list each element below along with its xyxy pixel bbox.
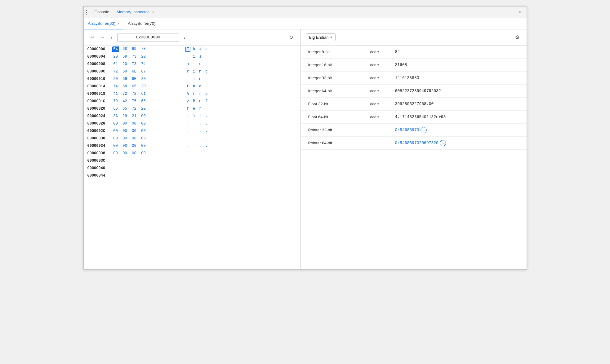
hex-char-11-3[interactable]: . <box>204 129 209 133</box>
hex-byte-7-1[interactable]: 42 <box>122 99 128 104</box>
hex-byte-14-1[interactable]: 00 <box>122 151 128 156</box>
hex-byte-8-2[interactable]: 72 <box>131 106 138 111</box>
hex-byte-11-1[interactable]: 00 <box>122 129 128 134</box>
hex-char-3-1[interactable]: i <box>192 69 197 74</box>
hex-byte-9-1[interactable]: 29 <box>122 114 128 119</box>
value-format-int8[interactable]: dec ▾ <box>370 50 395 54</box>
hex-byte-12-2[interactable]: 00 <box>131 136 138 141</box>
hex-byte-8-3[interactable]: 20 <box>140 106 147 111</box>
hex-byte-13-1[interactable]: 00 <box>122 143 128 148</box>
menu-dots[interactable] <box>86 10 87 15</box>
hex-byte-6-0[interactable]: 41 <box>112 91 119 96</box>
hex-byte-0-1[interactable]: 68 <box>122 46 128 52</box>
hex-char-3-0[interactable]: r <box>185 69 190 74</box>
hex-byte-10-2[interactable]: 00 <box>131 121 138 126</box>
hex-char-7-0[interactable]: y <box>185 99 190 103</box>
value-format-int64[interactable]: dec ▾ <box>370 89 395 93</box>
prev-page-button[interactable]: ‹ <box>109 34 115 41</box>
tab-console[interactable]: Console <box>91 7 113 18</box>
hex-char-12-3[interactable]: . <box>204 136 209 141</box>
hex-byte-6-3[interactable]: 61 <box>140 91 147 96</box>
hex-char-4-2[interactable]: n <box>198 77 203 81</box>
hex-char-11-0[interactable]: . <box>185 129 190 133</box>
value-link-ptr64[interactable]: 0x5468697320697320 → <box>395 140 446 146</box>
hex-byte-3-1[interactable]: 69 <box>122 69 128 74</box>
window-close-button[interactable]: × <box>515 8 524 17</box>
hex-char-14-2[interactable]: . <box>198 151 203 156</box>
hex-char-0-1[interactable]: h <box>192 47 197 52</box>
hex-byte-14-2[interactable]: 00 <box>131 151 138 156</box>
hex-char-8-1[interactable]: e <box>192 107 197 111</box>
value-format-int32[interactable]: dec ▾ <box>370 76 395 80</box>
hex-char-2-3[interactable]: t <box>204 62 209 66</box>
hex-byte-0-2[interactable]: 69 <box>131 46 138 52</box>
refresh-button[interactable]: ↻ <box>287 33 296 42</box>
hex-byte-1-3[interactable]: 20 <box>140 54 147 59</box>
hex-char-10-3[interactable]: . <box>204 121 209 126</box>
hex-char-14-0[interactable]: . <box>185 151 190 156</box>
buffer-tab-arraybuffer60[interactable]: ArrayBuffer(60) × <box>84 18 124 29</box>
hex-char-6-2[interactable]: r <box>198 92 203 96</box>
back-button[interactable]: ↩ <box>89 34 96 41</box>
hex-char-3-3[interactable]: g <box>204 69 209 74</box>
hex-byte-2-1[interactable]: 20 <box>122 62 128 67</box>
hex-byte-0-0[interactable]: 54 <box>112 46 119 52</box>
hex-char-13-2[interactable]: . <box>198 144 203 148</box>
buffer-tab-arraybuffer70[interactable]: ArrayBuffer(70) <box>124 18 160 29</box>
hex-byte-4-3[interactable]: 20 <box>140 77 147 81</box>
hex-char-6-1[interactable]: r <box>192 92 197 96</box>
hex-byte-9-3[interactable]: 00 <box>140 114 147 119</box>
hex-char-6-3[interactable]: a <box>204 92 209 96</box>
hex-byte-3-2[interactable]: 6E <box>131 69 138 74</box>
hex-char-5-1[interactable]: h <box>192 84 197 89</box>
hex-byte-9-0[interactable]: 3A <box>112 114 119 119</box>
hex-byte-3-3[interactable]: 67 <box>140 69 147 74</box>
hex-byte-7-0[interactable]: 79 <box>112 99 119 104</box>
value-format-int16[interactable]: dec ▾ <box>370 63 395 67</box>
hex-byte-4-1[interactable]: 69 <box>122 77 128 81</box>
hex-char-9-0[interactable]: : <box>185 114 190 118</box>
pointer-navigate-arrow-ptr64[interactable]: → <box>440 140 446 146</box>
hex-byte-12-1[interactable]: 00 <box>122 136 128 141</box>
hex-byte-4-2[interactable]: 6E <box>131 77 138 81</box>
hex-byte-13-2[interactable]: 00 <box>131 143 138 148</box>
hex-char-3-2[interactable]: n <box>198 69 203 74</box>
hex-char-12-2[interactable]: . <box>198 136 203 141</box>
hex-byte-2-3[interactable]: 74 <box>140 62 147 67</box>
hex-char-11-2[interactable]: . <box>198 129 203 133</box>
hex-byte-2-2[interactable]: 73 <box>131 62 138 67</box>
hex-byte-3-0[interactable]: 72 <box>112 69 119 74</box>
hex-byte-5-1[interactable]: 68 <box>122 84 128 89</box>
hex-char-12-0[interactable]: . <box>185 136 190 141</box>
hex-byte-1-2[interactable]: 73 <box>131 54 138 59</box>
endian-selector[interactable]: Big Endian ▾ <box>306 33 336 41</box>
hex-byte-1-1[interactable]: 69 <box>122 54 128 59</box>
hex-char-14-3[interactable]: . <box>204 151 209 156</box>
hex-byte-14-0[interactable]: 00 <box>112 151 119 156</box>
hex-byte-6-2[interactable]: 72 <box>131 91 138 96</box>
hex-byte-8-0[interactable]: 66 <box>112 106 119 111</box>
hex-char-10-0[interactable]: . <box>185 121 190 126</box>
hex-char-4-0[interactable] <box>185 77 190 81</box>
hex-char-8-0[interactable]: f <box>185 107 190 111</box>
hex-char-14-1[interactable]: . <box>192 151 197 156</box>
hex-char-2-0[interactable]: a <box>185 62 190 66</box>
hex-char-7-2[interactable]: u <box>198 99 203 103</box>
hex-byte-7-2[interactable]: 75 <box>131 99 138 104</box>
hex-char-5-0[interactable]: t <box>185 84 190 89</box>
hex-char-4-1[interactable]: i <box>192 77 197 81</box>
hex-char-7-1[interactable]: B <box>192 99 197 103</box>
hex-char-0-0[interactable]: T <box>185 47 190 52</box>
value-format-float64[interactable]: dec ▾ <box>370 115 395 119</box>
hex-char-13-3[interactable]: . <box>204 144 209 148</box>
value-link-ptr32[interactable]: 0x54686973 → <box>395 127 427 133</box>
hex-char-2-1[interactable] <box>192 62 197 66</box>
hex-char-9-3[interactable]: . <box>204 114 209 118</box>
hex-byte-6-1[interactable]: 72 <box>122 91 128 96</box>
hex-char-12-1[interactable]: . <box>192 136 197 141</box>
hex-byte-10-0[interactable]: 00 <box>112 121 119 126</box>
hex-byte-8-1[interactable]: 65 <box>122 106 128 111</box>
hex-byte-11-2[interactable]: 00 <box>131 129 138 134</box>
hex-char-8-3[interactable] <box>204 107 209 111</box>
hex-char-1-2[interactable]: s <box>198 55 203 59</box>
